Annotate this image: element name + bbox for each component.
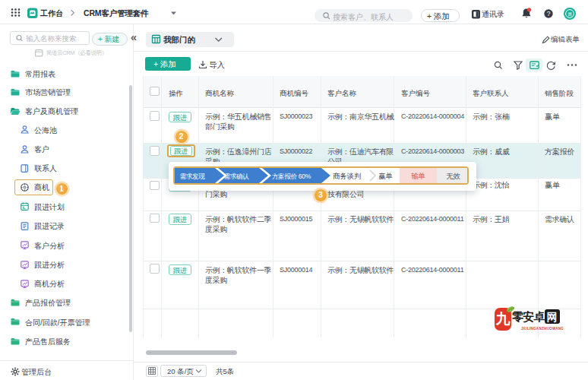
- svg-text:简: 简: [567, 12, 572, 17]
- svg-text:?: ?: [546, 9, 550, 17]
